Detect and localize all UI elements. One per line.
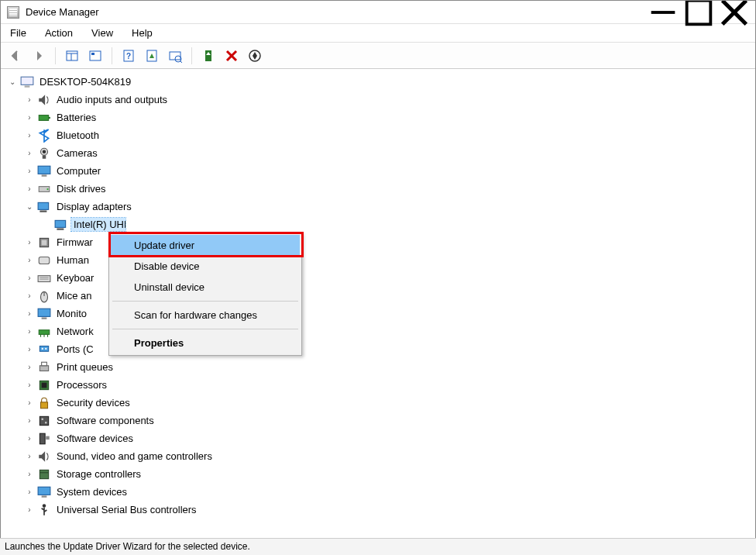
category-sound-video[interactable]: › Sound, video and game controllers <box>25 447 754 465</box>
mouse-icon <box>37 289 51 303</box>
monitor-icon <box>37 164 51 178</box>
svg-point-29 <box>46 188 48 189</box>
menu-file[interactable]: File <box>7 26 29 40</box>
collapse-icon[interactable]: ⌄ <box>25 202 34 212</box>
display-adapter-children: Intel(R) UHD Graphics <box>25 215 754 233</box>
uninstall-button[interactable] <box>222 46 242 66</box>
svg-rect-20 <box>25 85 30 87</box>
tree-root-label[interactable]: DESKTOP-504K819 <box>37 75 133 88</box>
expand-icon[interactable]: › <box>25 488 34 497</box>
category-storage-controllers[interactable]: › Storage controllers <box>25 465 754 483</box>
device-intel-uhd[interactable]: Intel(R) UHD Graphics <box>42 215 754 233</box>
expand-icon[interactable]: › <box>25 416 34 426</box>
expand-icon[interactable]: › <box>25 505 34 515</box>
svg-rect-51 <box>40 365 48 371</box>
expand-icon[interactable]: › <box>25 274 34 283</box>
ctx-scan-hardware[interactable]: Scan for hardware changes <box>111 305 300 326</box>
expand-icon[interactable]: › <box>25 131 34 140</box>
computer-icon <box>20 75 34 89</box>
category-disk-drives[interactable]: › Disk drives <box>25 180 754 198</box>
ctx-separator <box>112 329 298 329</box>
category-print-queues[interactable]: › Print queues <box>25 358 754 376</box>
category-bluetooth[interactable]: › Bluetooth <box>25 126 754 144</box>
category-computer[interactable]: › Computer <box>25 162 754 180</box>
expand-icon[interactable]: › <box>25 363 34 372</box>
expand-icon[interactable]: › <box>25 345 34 354</box>
category-software-components[interactable]: › Software components <box>25 412 754 429</box>
ctx-properties[interactable]: Properties <box>111 333 300 353</box>
svg-rect-22 <box>49 116 50 118</box>
category-usb[interactable]: › Universal Serial Bus controllers <box>25 501 754 519</box>
svg-rect-4 <box>67 51 77 60</box>
category-software-devices[interactable]: › Software devices <box>25 429 754 447</box>
category-cameras[interactable]: › Cameras <box>25 144 754 162</box>
toolbar: ? <box>1 43 755 69</box>
expand-icon[interactable]: › <box>25 434 34 443</box>
svg-rect-32 <box>55 220 66 227</box>
update-driver-button[interactable] <box>198 46 218 66</box>
svg-rect-33 <box>57 228 64 229</box>
expand-icon[interactable]: › <box>25 149 34 158</box>
toolbar-button-2[interactable] <box>85 46 105 66</box>
svg-point-50 <box>45 347 46 349</box>
svg-rect-25 <box>43 155 46 159</box>
network-icon <box>37 325 51 339</box>
maximize-button[interactable] <box>681 1 716 24</box>
toolbar-separator <box>55 47 56 64</box>
category-security[interactable]: › Security devices <box>25 394 754 412</box>
svg-rect-30 <box>38 202 49 209</box>
expand-icon[interactable]: › <box>25 398 34 408</box>
back-button[interactable] <box>5 46 26 66</box>
ctx-disable-device[interactable]: Disable device <box>111 256 300 277</box>
category-audio[interactable]: › Audio inputs and outputs <box>25 91 754 109</box>
expand-icon[interactable]: › <box>25 238 34 247</box>
svg-rect-61 <box>40 470 48 478</box>
camera-icon <box>37 147 51 160</box>
window-title: Device Manager <box>26 6 645 18</box>
forward-button[interactable] <box>29 46 49 66</box>
menu-view[interactable]: View <box>88 26 116 40</box>
expand-icon[interactable]: › <box>25 167 34 176</box>
context-menu: Update driver Disable device Uninstall d… <box>108 233 302 356</box>
app-icon <box>7 6 19 19</box>
category-display-adapters[interactable]: ⌄ Display adapters <box>25 198 754 215</box>
help-button[interactable]: ? <box>119 46 139 66</box>
menu-bar: File Action View Help <box>1 24 755 43</box>
svg-point-24 <box>43 150 46 153</box>
expand-icon[interactable]: › <box>25 327 34 336</box>
svg-rect-56 <box>40 416 48 425</box>
scan-hardware-button[interactable] <box>165 46 185 66</box>
svg-rect-44 <box>39 329 50 334</box>
expand-icon[interactable]: › <box>25 95 34 105</box>
speaker-icon <box>37 93 51 107</box>
svg-text:?: ? <box>126 52 131 60</box>
svg-rect-64 <box>42 495 47 497</box>
ctx-uninstall-device[interactable]: Uninstall device <box>111 277 300 298</box>
expand-icon[interactable]: › <box>25 291 34 301</box>
lock-icon <box>37 396 51 410</box>
disable-button[interactable] <box>245 46 265 66</box>
ctx-update-driver[interactable]: Update driver <box>111 235 300 256</box>
collapse-icon[interactable]: ⌄ <box>8 78 17 87</box>
expand-icon[interactable]: › <box>25 113 34 122</box>
expand-icon[interactable]: › <box>25 381 34 390</box>
minimize-button[interactable] <box>645 1 681 24</box>
properties-button[interactable] <box>142 46 162 66</box>
expand-icon[interactable]: › <box>25 256 34 265</box>
show-hidden-button[interactable] <box>62 46 82 66</box>
expand-icon[interactable]: › <box>25 309 34 319</box>
category-system-devices[interactable]: › System devices <box>25 483 754 501</box>
close-button[interactable] <box>716 1 752 24</box>
expand-icon[interactable]: › <box>25 470 34 479</box>
menu-action[interactable]: Action <box>42 26 76 40</box>
storage-icon <box>37 467 51 481</box>
expand-icon[interactable]: › <box>25 184 34 194</box>
category-batteries[interactable]: › Batteries <box>25 109 754 126</box>
category-processors[interactable]: › Processors <box>25 376 754 394</box>
svg-rect-58 <box>45 422 46 423</box>
speaker-icon <box>37 450 51 464</box>
display-adapter-icon <box>54 218 68 232</box>
expand-icon[interactable]: › <box>25 452 34 461</box>
tree-root[interactable]: ⌄ DESKTOP-504K819 <box>8 73 754 91</box>
menu-help[interactable]: Help <box>129 26 156 40</box>
